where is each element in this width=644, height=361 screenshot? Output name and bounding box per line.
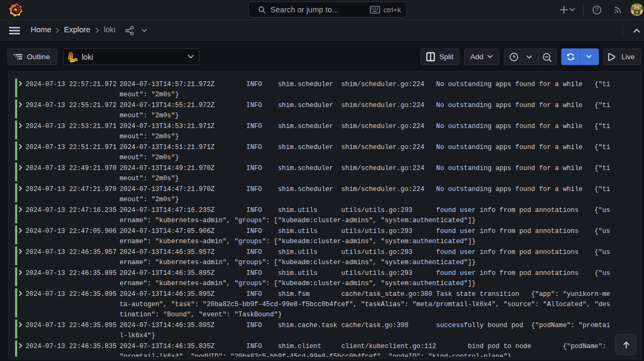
svg-text:?: ? — [595, 7, 598, 13]
